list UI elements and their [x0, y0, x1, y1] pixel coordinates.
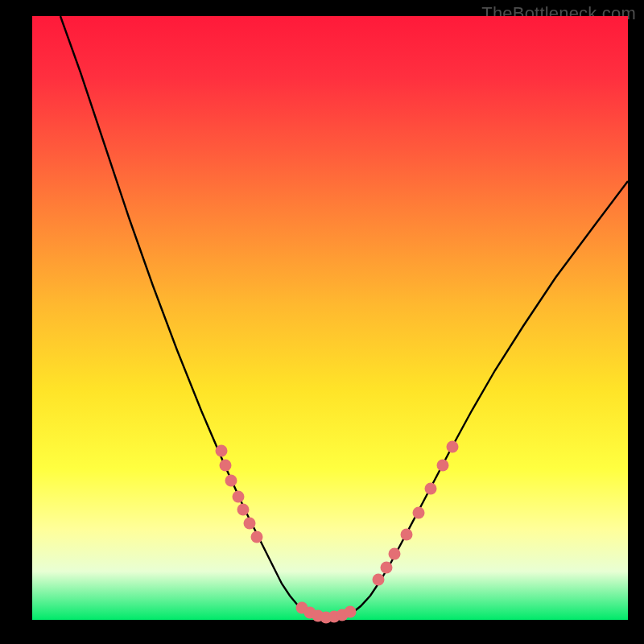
data-marker — [401, 529, 413, 541]
data-marker — [251, 531, 263, 543]
data-marker — [437, 460, 449, 472]
curve-svg — [32, 16, 628, 620]
data-marker — [233, 491, 245, 503]
data-marker — [447, 441, 459, 453]
plot-area — [32, 16, 628, 620]
data-marker — [225, 475, 237, 487]
data-marker — [237, 504, 250, 516]
chart-frame: TheBottleneck.com — [0, 0, 644, 644]
data-marker — [345, 606, 357, 618]
bottleneck-curve — [60, 16, 628, 619]
data-marker — [216, 445, 228, 457]
data-marker — [220, 460, 232, 472]
data-marker — [373, 574, 385, 586]
data-marker — [381, 562, 393, 574]
data-marker — [389, 548, 401, 560]
data-marker — [425, 483, 437, 495]
data-marker — [244, 518, 256, 530]
data-marker — [413, 507, 425, 519]
